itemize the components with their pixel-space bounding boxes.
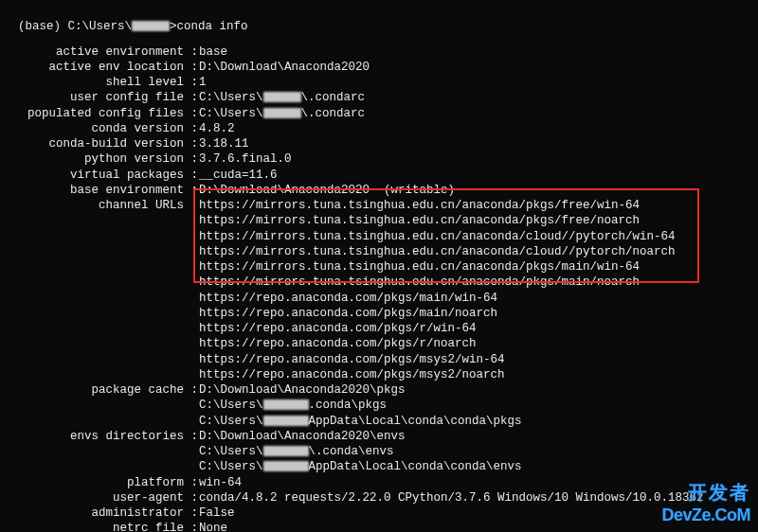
info-row: shell level : 1 xyxy=(4,75,754,90)
info-value: conda/4.8.2 requests/2.22.0 CPython/3.7.… xyxy=(199,490,754,505)
info-value: 3.7.6.final.0 xyxy=(199,151,754,167)
info-row: channel URLs : https://mirrors.tuna.tsin… xyxy=(4,198,754,213)
info-separator: : xyxy=(184,136,199,151)
info-separator: : xyxy=(184,44,199,60)
redacted-segment xyxy=(263,446,309,456)
info-row: administrator : False xyxy=(4,505,754,521)
info-row: conda-build version : 3.18.11 xyxy=(4,136,754,151)
info-label: channel URLs xyxy=(4,198,184,213)
info-separator: : xyxy=(184,151,199,167)
conda-info-output: active environment : baseactive env loca… xyxy=(4,44,754,533)
info-label: active environment xyxy=(4,44,184,60)
info-value-cont: https://mirrors.tuna.tsinghua.edu.cn/ana… xyxy=(199,275,754,290)
info-value-cont: https://repo.anaconda.com/pkgs/r/win-64 xyxy=(199,321,754,336)
redacted-segment xyxy=(263,108,301,118)
info-value-cont: C:\Users\AppData\Local\conda\conda\envs xyxy=(199,459,754,474)
redacted-segment xyxy=(263,416,309,426)
info-value: base xyxy=(199,44,754,60)
info-separator: : xyxy=(184,60,199,75)
info-row: platform : win-64 xyxy=(4,475,754,490)
info-value: None xyxy=(199,521,754,532)
info-value: 1 xyxy=(199,75,754,90)
info-value-cont: C:\Users\.conda\pkgs xyxy=(199,398,754,413)
info-separator: : xyxy=(184,75,199,90)
redacted-segment xyxy=(263,92,301,102)
info-label: envs directories xyxy=(4,429,184,444)
info-value-cont: https://mirrors.tuna.tsinghua.edu.cn/ana… xyxy=(199,229,754,244)
info-label: populated config files xyxy=(4,106,184,121)
info-row: populated config files : C:\Users\\.cond… xyxy=(4,106,754,121)
info-value: D:\Download\Anaconda2020 (writable) xyxy=(199,183,754,198)
info-label: python version xyxy=(4,151,184,167)
info-separator: : xyxy=(184,521,199,532)
info-label: user-agent xyxy=(4,490,184,505)
info-label: package cache xyxy=(4,382,184,398)
info-value-cont: https://mirrors.tuna.tsinghua.edu.cn/ana… xyxy=(199,259,754,275)
prompt-prefix: (base) C:\Users\ xyxy=(18,20,132,33)
info-value: __cuda=11.6 xyxy=(199,168,754,183)
info-label: shell level xyxy=(4,75,184,90)
info-value: C:\Users\\.condarc xyxy=(199,90,754,105)
info-value-cont: https://mirrors.tuna.tsinghua.edu.cn/ana… xyxy=(199,244,754,259)
info-separator: : xyxy=(184,168,199,183)
info-value: D:\Download\Anaconda2020\envs xyxy=(199,429,754,444)
info-value-cont: https://repo.anaconda.com/pkgs/main/noar… xyxy=(199,306,754,321)
info-separator: : xyxy=(184,183,199,198)
info-label: virtual packages xyxy=(4,168,184,183)
info-row: virtual packages : __cuda=11.6 xyxy=(4,168,754,183)
info-value-cont: C:\Users\\.conda\envs xyxy=(199,444,754,459)
info-value-cont: https://mirrors.tuna.tsinghua.edu.cn/ana… xyxy=(199,213,754,228)
info-separator: : xyxy=(184,475,199,490)
info-separator: : xyxy=(184,490,199,505)
prompt-command: >conda info xyxy=(170,20,248,33)
info-separator: : xyxy=(184,198,199,213)
info-value: https://mirrors.tuna.tsinghua.edu.cn/ana… xyxy=(199,198,754,213)
info-row: netrc file : None xyxy=(4,521,754,532)
info-value: win-64 xyxy=(199,475,754,490)
info-value: 4.8.2 xyxy=(199,121,754,136)
info-label: platform xyxy=(4,475,184,490)
info-label: conda version xyxy=(4,121,184,136)
info-value-cont: https://repo.anaconda.com/pkgs/msys2/win… xyxy=(199,352,754,367)
info-row: active environment : base xyxy=(4,44,754,60)
info-value: False xyxy=(199,505,754,521)
info-row: envs directories : D:\Download\Anaconda2… xyxy=(4,429,754,444)
info-label: active env location xyxy=(4,60,184,75)
info-label: conda-build version xyxy=(4,136,184,151)
info-value: D:\Download\Anaconda2020 xyxy=(199,60,754,75)
info-value-cont: https://repo.anaconda.com/pkgs/main/win-… xyxy=(199,291,754,306)
redacted-segment xyxy=(263,461,309,471)
info-label: base environment xyxy=(4,183,184,198)
terminal-prompt: (base) C:\Users\>conda info xyxy=(4,4,754,35)
info-row: package cache : D:\Download\Anaconda2020… xyxy=(4,382,754,398)
redacted-user xyxy=(132,21,170,31)
info-separator: : xyxy=(184,106,199,121)
info-separator: : xyxy=(184,382,199,398)
redacted-segment xyxy=(263,399,309,410)
info-value-cont: https://repo.anaconda.com/pkgs/msys2/noa… xyxy=(199,367,754,382)
info-value-cont: C:\Users\AppData\Local\conda\conda\pkgs xyxy=(199,414,754,429)
info-row: conda version : 4.8.2 xyxy=(4,121,754,136)
info-separator: : xyxy=(184,121,199,136)
info-label: administrator xyxy=(4,505,184,521)
info-row: active env location : D:\Download\Anacon… xyxy=(4,60,754,75)
info-label: netrc file xyxy=(4,521,184,532)
info-label: user config file xyxy=(4,90,184,105)
info-value-cont: https://repo.anaconda.com/pkgs/r/noarch xyxy=(199,336,754,351)
info-value: D:\Download\Anaconda2020\pkgs xyxy=(199,382,754,398)
info-value: 3.18.11 xyxy=(199,136,754,151)
info-separator: : xyxy=(184,429,199,444)
info-row: python version : 3.7.6.final.0 xyxy=(4,151,754,167)
info-row: base environment : D:\Download\Anaconda2… xyxy=(4,183,754,198)
info-value: C:\Users\\.condarc xyxy=(199,106,754,121)
info-separator: : xyxy=(184,90,199,105)
info-separator: : xyxy=(184,505,199,521)
info-row: user-agent : conda/4.8.2 requests/2.22.0… xyxy=(4,490,754,505)
info-row: user config file : C:\Users\\.condarc xyxy=(4,90,754,105)
